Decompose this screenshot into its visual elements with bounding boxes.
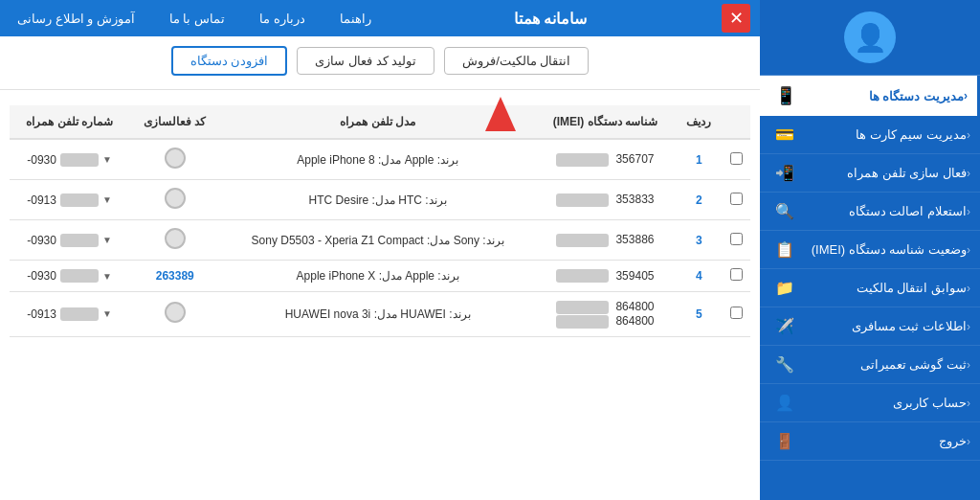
- imei-blurred: [556, 301, 609, 314]
- row-checkbox[interactable]: [730, 268, 743, 281]
- phone-prefix: 0930-: [27, 153, 56, 167]
- btn-activate[interactable]: تولید کد فعال سازی: [297, 47, 434, 75]
- phone-dropdown[interactable]: ▼: [102, 194, 112, 205]
- table-row: 3 353886 برند: Sony مدل: Sony D5503 - Xp…: [10, 220, 750, 261]
- imei-prefix2: 864800: [615, 314, 654, 328]
- imei-icon: 📋: [775, 240, 794, 259]
- sidebar-item-simcards[interactable]: ‹ مدیریت سیم کارت ها 💳: [760, 116, 980, 154]
- phone-prefix: 0930-: [27, 269, 56, 283]
- sidebar-item-repair[interactable]: ‹ ثبت گوشی تعمیراتی 🔧: [760, 346, 980, 384]
- devices-icon: 📱: [775, 85, 796, 106]
- logout-icon: 🚪: [775, 432, 794, 450]
- sidebar-item-activate[interactable]: ‹ فعال سازی تلفن همراه 📲: [760, 154, 980, 193]
- table-row: 1 356707 برند: Apple مدل: Apple iPhone 8: [10, 139, 750, 180]
- col-imei: شناسه دستگاه (IMEI): [535, 105, 676, 139]
- sidebar-item-activate-label: فعال سازی تلفن همراه: [794, 166, 967, 180]
- close-button[interactable]: ✕: [722, 4, 750, 33]
- col-row-num: ردیف: [676, 105, 723, 139]
- simcard-icon: 💳: [775, 125, 794, 144]
- nav-education[interactable]: آموزش و اطلاع رسانی: [10, 8, 143, 30]
- imei-blurred2: [556, 315, 609, 329]
- nav-help[interactable]: راهنما: [332, 8, 379, 30]
- phone-prefix: 0913-: [27, 307, 56, 321]
- ownership-icon: 📁: [775, 279, 794, 297]
- imei-cell: 359405: [535, 261, 676, 292]
- phone-cell: ▼ 0930-: [10, 220, 129, 261]
- model-cell: برند: HTC مدل: HTC Desire: [220, 180, 534, 220]
- phone-cell: ▼ 0930-: [10, 139, 129, 180]
- row-num: 1: [676, 139, 723, 180]
- sidebar-item-inquiry[interactable]: ‹ استعلام اصالت دستگاه 🔍: [760, 193, 980, 231]
- model-cell: برند: HUAWEI مدل: HUAWEI nova 3i: [220, 292, 534, 337]
- phone-dropdown[interactable]: ▼: [102, 235, 112, 245]
- account-icon: 👤: [775, 394, 794, 412]
- imei-cell: 353833: [535, 180, 676, 220]
- chevron-left-icon: ‹: [967, 128, 970, 142]
- checkbox-cell[interactable]: [723, 261, 750, 292]
- sidebar-item-repair-label: ثبت گوشی تعمیراتی: [794, 357, 967, 372]
- imei-prefix: 353833: [615, 193, 654, 206]
- model-text: برند: HUAWEI مدل: HUAWEI nova 3i: [285, 307, 471, 321]
- checkbox-cell[interactable]: [723, 220, 750, 261]
- row-checkbox[interactable]: [730, 233, 743, 245]
- row-checkbox[interactable]: [730, 152, 743, 165]
- nav-about[interactable]: درباره ما: [252, 8, 313, 30]
- app-title: سامانه همتا: [514, 10, 587, 28]
- activation-indicator: [165, 188, 186, 209]
- phone-cell: ▼ 0913-: [10, 292, 129, 337]
- activation-cell: [129, 180, 220, 220]
- avatar: 👤: [844, 11, 896, 63]
- sidebar-item-logout[interactable]: ‹ خروج 🚪: [760, 422, 980, 461]
- phone-dropdown[interactable]: ▼: [102, 154, 112, 165]
- phone-cell: ▼ 0913-: [10, 180, 129, 220]
- btn-transfer[interactable]: انتقال مالکیت/فروش: [444, 47, 589, 75]
- phone-blurred: [60, 307, 99, 321]
- activation-cell: [129, 220, 220, 261]
- phone-blurred: [60, 153, 99, 167]
- checkbox-cell[interactable]: [723, 180, 750, 220]
- chevron-left-icon: ‹: [967, 397, 970, 410]
- checkbox-cell[interactable]: [723, 139, 750, 180]
- arrow-indicator: [485, 97, 516, 131]
- nav-contact[interactable]: تماس با ما: [162, 8, 233, 30]
- chevron-left-icon: ‹: [967, 320, 970, 333]
- phone-cell: ▼ 0930-: [10, 261, 129, 292]
- phone-dropdown[interactable]: ▼: [102, 271, 112, 282]
- model-text: برند: HTC مدل: HTC Desire: [309, 193, 447, 207]
- chevron-left-icon: ‹: [967, 282, 970, 295]
- imei-cell: 356707: [535, 139, 676, 180]
- sidebar-item-ownership[interactable]: ‹ سوابق انتقال مالکیت 📁: [760, 269, 980, 307]
- row-checkbox[interactable]: [730, 193, 743, 205]
- sidebar-header: 👤: [760, 0, 980, 76]
- top-nav-menu: راهنما درباره ما تماس با ما آموزش و اطلا…: [10, 8, 379, 30]
- sidebar-item-account-label: حساب کاربری: [794, 396, 967, 410]
- add-device-button[interactable]: افزودن دستگاه: [171, 46, 288, 76]
- activation-code: 263389: [156, 269, 194, 283]
- up-arrow-icon: [485, 97, 516, 131]
- main-content: ✕ سامانه همتا راهنما درباره ما تماس با م…: [0, 0, 760, 500]
- model-text: برند: Apple مدل: Apple iPhone X: [297, 269, 459, 283]
- col-checkbox: [723, 105, 750, 139]
- sidebar-item-inquiry-label: استعلام اصالت دستگاه: [794, 204, 967, 218]
- sidebar-item-devices[interactable]: ‹ مدیریت دستگاه ها 📱: [760, 76, 980, 116]
- model-text: برند: Sony مدل: Sony D5503 - Xperia Z1 C…: [252, 234, 504, 247]
- sidebar-item-account[interactable]: ‹ حساب کاربری 👤: [760, 384, 980, 422]
- imei-blurred: [556, 153, 609, 167]
- row-checkbox[interactable]: [730, 307, 743, 319]
- activation-cell: 263389: [129, 261, 220, 292]
- phone-prefix: 0913-: [27, 193, 56, 207]
- phone-dropdown[interactable]: ▼: [102, 308, 112, 319]
- table-row: 5 864800 864800 برند: HUAWEI مدل: HUAWEI…: [10, 292, 750, 337]
- checkbox-cell[interactable]: [723, 292, 750, 337]
- row-num: 3: [676, 220, 723, 261]
- chevron-left-icon: ‹: [967, 243, 970, 257]
- sidebar-item-travel[interactable]: ‹ اطلاعات ثبت مسافری ✈️: [760, 307, 980, 346]
- devices-table: ردیف شناسه دستگاه (IMEI) مدل تلفن همراه …: [10, 105, 750, 337]
- imei-cell: 864800 864800: [535, 292, 676, 337]
- phone-blurred: [60, 234, 99, 247]
- imei-blurred: [556, 269, 609, 283]
- model-text: برند: Apple مدل: Apple iPhone 8: [297, 153, 458, 167]
- sidebar-item-imei-status[interactable]: ‹ وضعیت شناسه دستگاه (IMEI) 📋: [760, 231, 980, 269]
- toolbar: انتقال مالکیت/فروش تولید کد فعال سازی اف…: [0, 36, 760, 90]
- model-cell: برند: Sony مدل: Sony D5503 - Xperia Z1 C…: [220, 220, 534, 261]
